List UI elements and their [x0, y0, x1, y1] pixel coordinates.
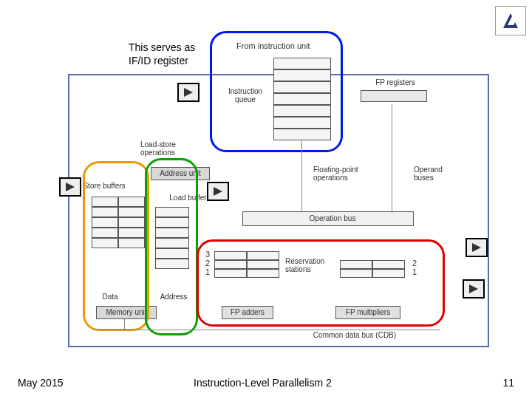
play-button[interactable]: [466, 238, 488, 257]
play-button[interactable]: [59, 177, 81, 197]
label-fp-reg: FP registers: [362, 78, 429, 86]
institution-logo: [495, 6, 526, 35]
label-load-store: Load-store operations: [140, 140, 200, 157]
wire: [392, 103, 392, 211]
play-button[interactable]: [463, 279, 485, 299]
footer-title: Instruction-Level Parallelism 2: [194, 377, 332, 389]
wire: [124, 319, 125, 330]
highlight-load-path: [145, 158, 198, 335]
svg-marker-0: [184, 88, 193, 97]
highlight-instr-queue: [210, 31, 343, 152]
triangle-icon: [183, 86, 194, 98]
triangle-icon: [471, 242, 482, 253]
wire: [301, 140, 302, 211]
svg-marker-4: [469, 284, 478, 293]
label-fp-ops: Floating-point operations: [313, 166, 372, 182]
wire: [93, 330, 440, 330]
label-cdb: Common data bus (CDB): [296, 331, 414, 339]
annotation-ifid: This serves as IF/ID register: [129, 41, 195, 67]
highlight-fp-units: [197, 239, 445, 327]
triangle-icon: [468, 283, 480, 295]
footer-date: May 2015: [18, 377, 63, 389]
triangle-icon: [212, 185, 224, 197]
triangle-icon: [64, 181, 76, 193]
annotation-line: This serves as: [129, 41, 195, 53]
play-button[interactable]: [207, 182, 229, 201]
label-operand-buses: Operand buses: [414, 166, 458, 182]
highlight-store-buffers: [83, 161, 149, 331]
footer-page: 11: [502, 377, 514, 389]
svg-marker-2: [214, 187, 222, 196]
play-button[interactable]: [177, 83, 200, 102]
fp-registers-box: [361, 90, 427, 102]
svg-marker-1: [66, 183, 75, 191]
annotation-line: IF/ID register: [129, 55, 188, 66]
svg-marker-3: [472, 243, 481, 252]
label-operation-bus: Operation bus: [303, 214, 362, 222]
